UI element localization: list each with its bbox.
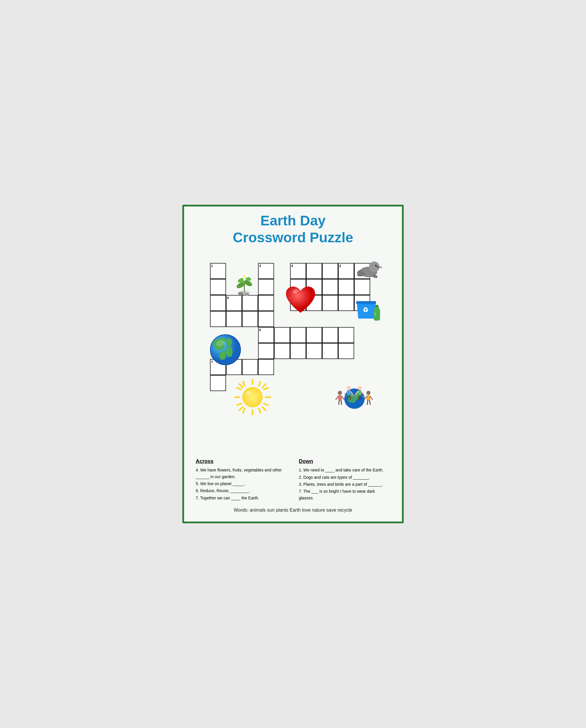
svg-text:♻: ♻ <box>363 306 368 314</box>
svg-text:4: 4 <box>291 264 293 268</box>
svg-line-101 <box>264 388 268 389</box>
svg-point-112 <box>347 386 351 390</box>
svg-rect-15 <box>323 279 338 295</box>
svg-rect-18 <box>210 295 226 311</box>
down-clues: Down 1. We need to ____ and take care of… <box>299 458 390 502</box>
sun-image <box>232 377 273 419</box>
recycle-bin-image: ♻ <box>354 295 387 324</box>
plant-image <box>231 269 258 298</box>
svg-rect-30 <box>242 311 258 327</box>
title-section: Earth Day Crossword Puzzle <box>193 212 393 246</box>
svg-point-68 <box>376 265 377 266</box>
heart-image <box>283 285 318 318</box>
earth-globe-image <box>209 333 242 368</box>
svg-line-110 <box>339 400 339 405</box>
svg-rect-22 <box>258 295 274 311</box>
across-clue-5: 5. We live on planet _____. <box>196 480 287 487</box>
svg-point-67 <box>375 265 377 266</box>
svg-text:5: 5 <box>227 296 229 300</box>
svg-line-122 <box>359 395 359 399</box>
down-clue-2: 2. Dogs and cats are types of _______. <box>299 474 390 480</box>
words-line: Words: animals sun plants Earth love nat… <box>193 508 393 513</box>
svg-line-116 <box>348 395 348 399</box>
svg-line-128 <box>367 400 368 405</box>
people-globe-image <box>333 377 376 416</box>
svg-rect-7 <box>323 263 338 279</box>
svg-line-99 <box>237 388 241 389</box>
svg-point-118 <box>358 386 362 390</box>
svg-rect-107 <box>338 395 342 400</box>
svg-rect-49 <box>258 359 274 375</box>
svg-point-60 <box>243 277 246 281</box>
svg-point-62 <box>245 275 249 278</box>
down-clue-1: 1. We need to ____ and take care of the … <box>299 467 390 473</box>
svg-rect-29 <box>226 311 242 327</box>
svg-text:2: 2 <box>339 264 341 268</box>
svg-point-82 <box>374 312 376 316</box>
svg-line-98 <box>259 409 260 413</box>
svg-rect-25 <box>323 295 338 311</box>
svg-rect-77 <box>356 301 376 304</box>
svg-rect-43 <box>323 343 338 359</box>
clues-section: Across 4. We have flowers, fruits, veget… <box>193 458 393 502</box>
svg-rect-17 <box>354 279 370 295</box>
page: Earth Day Crossword Puzzle 1 3 4 <box>182 205 404 523</box>
svg-rect-12 <box>258 279 274 295</box>
svg-rect-81 <box>376 305 378 307</box>
across-clue-4: 4. We have flowers, fruits, vegetables a… <box>196 467 287 480</box>
svg-rect-6 <box>306 263 322 279</box>
svg-point-64 <box>244 293 249 295</box>
svg-rect-39 <box>258 343 274 359</box>
across-clues: Across 4. We have flowers, fruits, veget… <box>196 458 287 502</box>
svg-line-94 <box>239 407 243 410</box>
svg-line-111 <box>341 400 342 405</box>
svg-rect-44 <box>338 343 354 359</box>
svg-rect-11 <box>210 279 226 295</box>
svg-line-127 <box>370 396 373 399</box>
down-heading: Down <box>299 458 390 465</box>
across-heading: Across <box>196 458 287 465</box>
svg-rect-34 <box>274 327 290 343</box>
svg-line-117 <box>350 395 350 399</box>
svg-point-103 <box>242 387 263 407</box>
svg-rect-35 <box>290 327 306 343</box>
svg-line-91 <box>239 384 243 387</box>
seal-image <box>354 255 383 280</box>
svg-point-106 <box>338 391 342 395</box>
svg-rect-16 <box>338 279 354 295</box>
svg-rect-119 <box>358 390 361 395</box>
svg-point-59 <box>243 272 246 276</box>
svg-line-96 <box>259 382 260 386</box>
svg-rect-113 <box>347 390 350 395</box>
svg-line-93 <box>262 384 265 387</box>
across-clue-6: 6. Reduce, Reuse, ________. <box>196 488 287 494</box>
svg-rect-26 <box>338 295 354 311</box>
across-clue-7: 7. Together we can ____ the Earth. <box>196 495 287 501</box>
svg-rect-50 <box>210 375 226 391</box>
title-line1: Earth Day <box>193 212 393 229</box>
svg-text:1: 1 <box>211 264 213 268</box>
svg-rect-28 <box>210 311 226 327</box>
svg-line-92 <box>262 407 265 410</box>
down-clue-7: 7. The ___ is so bright I have to wear d… <box>299 488 390 501</box>
svg-rect-40 <box>274 343 290 359</box>
svg-rect-41 <box>290 343 306 359</box>
svg-rect-38 <box>338 327 354 343</box>
title-line2: Crossword Puzzle <box>193 229 393 246</box>
svg-text:6: 6 <box>259 328 261 332</box>
svg-line-100 <box>237 404 241 405</box>
svg-line-129 <box>370 400 370 405</box>
svg-rect-31 <box>258 311 274 327</box>
svg-point-61 <box>240 275 244 278</box>
svg-rect-36 <box>306 327 322 343</box>
svg-line-95 <box>243 382 245 386</box>
svg-line-123 <box>361 395 361 399</box>
svg-line-102 <box>264 404 268 405</box>
svg-line-108 <box>336 396 338 399</box>
svg-line-97 <box>243 409 245 413</box>
svg-rect-37 <box>323 327 338 343</box>
svg-rect-125 <box>367 395 370 400</box>
puzzle-area: 1 3 4 2 5 <box>193 252 393 450</box>
svg-rect-48 <box>242 359 258 375</box>
svg-rect-42 <box>306 343 322 359</box>
